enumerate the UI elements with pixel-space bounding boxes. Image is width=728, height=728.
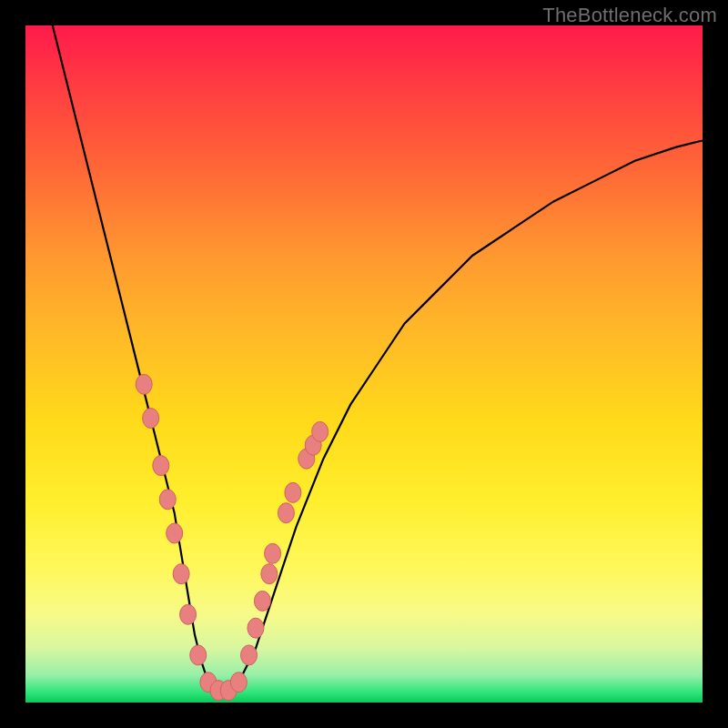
bottleneck-chart (25, 25, 703, 703)
curve-marker (180, 604, 197, 624)
curve-marker (153, 456, 169, 476)
curve-marker (143, 409, 159, 429)
curve-marker (173, 564, 189, 584)
chart-frame (25, 25, 703, 703)
curve-marker (136, 374, 152, 394)
curve-marker (254, 591, 270, 611)
curve-marker (265, 543, 281, 563)
bottleneck-curve (53, 25, 703, 693)
curve-marker (312, 421, 329, 441)
curve-marker (159, 490, 176, 510)
curve-marker (248, 618, 264, 638)
curve-marker (230, 672, 247, 693)
curve-marker (241, 645, 258, 665)
curve-marker (278, 503, 294, 523)
curve-marker (167, 523, 183, 543)
marker-group (136, 374, 328, 700)
curve-marker (261, 564, 278, 584)
curve-marker (190, 645, 207, 665)
watermark-text: TheBottleneck.com (542, 4, 717, 27)
curve-marker (285, 482, 301, 502)
